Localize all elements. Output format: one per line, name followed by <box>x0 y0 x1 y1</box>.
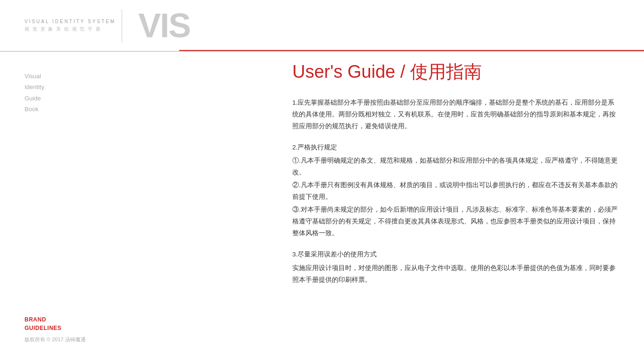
brand-line-2: GUIDELINES <box>25 324 86 332</box>
header-top-line: VISUAL IDENTITY SYSTEM <box>25 19 116 24</box>
section-2-line-3: ③.对本手册尚未规定的部分，如今后新增的应用设计项目，凡涉及标志、标准字、标准色… <box>292 204 619 239</box>
page-title: User's Guide / 使用指南 <box>292 61 619 83</box>
header: VISUAL IDENTITY SYSTEM 视 觉 形 象 系 统 规 范 手… <box>0 0 644 52</box>
sidebar-line-2: Identity <box>25 82 95 92</box>
copyright-text: 版权所有 © 2017 汤铸魔通 <box>25 336 86 343</box>
section-2-title: 2.严格执行规定 <box>292 142 619 154</box>
sidebar-bottom: BRAND GUIDELINES 版权所有 © 2017 汤铸魔通 <box>25 315 86 343</box>
sidebar-line-4: Book <box>25 104 95 115</box>
content-body: 1.应先掌握基础部分本手册按照由基础部分至应用部分的顺序编排，基础部分是整个系统… <box>292 97 619 287</box>
sidebar: Visual Identity Guide Book <box>25 71 95 115</box>
sidebar-label: Visual Identity Guide Book <box>25 71 95 115</box>
brand-guidelines-label: BRAND GUIDELINES <box>25 315 86 332</box>
header-vis-label: VIS <box>138 8 190 42</box>
section-2-line-2: ②.凡本手册只有图例没有具体规格、材质的项目，或说明中指出可以参照执行的，都应在… <box>292 180 619 203</box>
section-2: 2.严格执行规定 ①.凡本手册明确规定的条文、规范和规格，如基础部分和应用部分中… <box>292 142 619 240</box>
paragraph-1: 1.应先掌握基础部分本手册按照由基础部分至应用部分的顺序编排，基础部分是整个系统… <box>292 97 619 132</box>
main-content: User's Guide / 使用指南 1.应先掌握基础部分本手册按照由基础部分… <box>292 61 619 343</box>
section-3: 3.尽量采用误差小的使用方式 实施应用设计项目时，对使用的图形，应从电子文件中选… <box>292 249 619 286</box>
sidebar-line-3: Guide <box>25 93 95 104</box>
header-text-block: VISUAL IDENTITY SYSTEM 视 觉 形 象 系 统 规 范 手… <box>25 19 116 33</box>
header-bottom-line: 视 觉 形 象 系 统 规 范 手 册 <box>25 26 116 33</box>
section-3-body: 实施应用设计项目时，对使用的图形，应从电子文件中选取。使用的色彩以本手册提供的色… <box>292 263 619 286</box>
brand-line-1: BRAND <box>25 315 86 324</box>
section-2-line-1: ①.凡本手册明确规定的条文、规范和规格，如基础部分和应用部分中的各项具体规定，应… <box>292 155 619 179</box>
section-3-title: 3.尽量采用误差小的使用方式 <box>292 249 619 261</box>
paragraph-1-text: 1.应先掌握基础部分本手册按照由基础部分至应用部分的顺序编排，基础部分是整个系统… <box>292 99 616 130</box>
header-red-accent-line <box>179 50 644 51</box>
sidebar-line-1: Visual <box>25 71 95 82</box>
header-divider <box>122 9 122 42</box>
